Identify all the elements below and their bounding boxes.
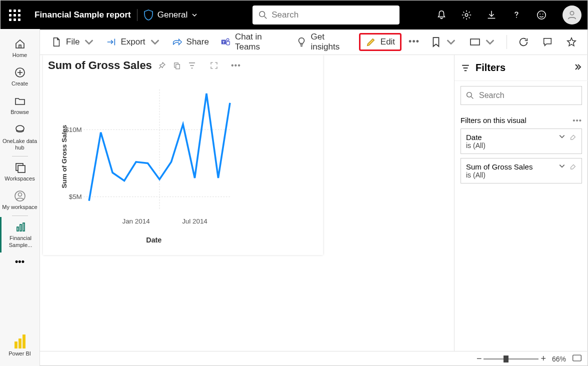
svg-text:$10M: $10M (65, 126, 82, 134)
toolbar-more-button[interactable]: ••• (404, 36, 424, 47)
filter-card-date[interactable]: Date is (All) (460, 128, 582, 154)
collapse-filters-button[interactable] (574, 62, 582, 74)
zoom-in-button[interactable]: + (540, 354, 546, 364)
nav-my-workspace[interactable]: My workspace (0, 186, 40, 214)
bookmark-dropdown[interactable] (426, 34, 460, 50)
filter-search-input[interactable] (479, 91, 576, 100)
notifications-button[interactable] (436, 9, 448, 21)
zoom-control[interactable]: − + (476, 354, 546, 364)
eraser-icon (570, 162, 576, 170)
search-icon (258, 10, 268, 20)
account-avatar[interactable] (562, 6, 582, 24)
export-menu[interactable]: Export (102, 34, 164, 50)
svg-rect-12 (17, 227, 18, 231)
pin-visual-button[interactable] (157, 60, 167, 70)
comment-button[interactable] (538, 34, 557, 50)
chevron-down-icon (446, 36, 456, 48)
filter-search-box[interactable] (460, 86, 582, 105)
chevron-down-icon (84, 36, 94, 48)
teams-icon: T (220, 36, 231, 48)
nav-browse-label: Browse (8, 109, 31, 116)
comment-icon (542, 36, 553, 48)
favorite-button[interactable] (562, 34, 581, 50)
clear-filter-button[interactable] (570, 133, 576, 150)
nav-powerbi-label: Power BI (6, 350, 33, 357)
zoom-slider-track[interactable] (484, 358, 538, 360)
svg-line-1 (264, 16, 267, 19)
refresh-icon (518, 36, 529, 48)
edit-button[interactable]: Edit (359, 33, 402, 51)
eraser-icon (570, 133, 576, 140)
chat-teams-button[interactable]: T Chat in Teams (216, 29, 289, 55)
filter-card-gross-sales[interactable]: Sum of Gross Sales is (All) (460, 158, 582, 184)
toolbar-separator (506, 35, 507, 49)
file-icon (51, 36, 62, 48)
waffle-icon (9, 10, 20, 21)
nav-workspaces[interactable]: Workspaces (0, 158, 40, 186)
bell-icon (436, 10, 447, 20)
filters-on-visual-section: Filters on this visual ••• Date is (All) (454, 110, 588, 194)
line-chart-visual[interactable]: Sum of Gross Sales ••• Sum of Gross Sale… (43, 55, 323, 255)
get-insights-button[interactable]: Get insights (292, 29, 356, 55)
zoom-out-button[interactable]: − (476, 354, 482, 364)
sensitivity-dropdown[interactable]: General (144, 10, 198, 20)
nav-financial-label: Financial Sample... (2, 235, 40, 248)
help-button[interactable] (510, 9, 522, 21)
global-search[interactable] (252, 6, 400, 24)
filters-icon (460, 64, 470, 72)
top-header: Financial Sample report General (0, 0, 588, 30)
expand-filter-button[interactable] (558, 133, 566, 150)
filter-card-icons (558, 133, 576, 150)
report-icon (14, 221, 26, 233)
nav-financial-sample[interactable]: Financial Sample... (0, 217, 40, 252)
chevron-down-icon (558, 162, 566, 170)
nav-browse[interactable]: Browse (0, 91, 40, 120)
svg-rect-14 (23, 223, 24, 231)
filter-name: Sum of Gross Sales (466, 162, 532, 171)
feedback-button[interactable] (536, 9, 548, 21)
nav-home[interactable]: Home (0, 34, 40, 62)
visual-header-icons: ••• (157, 60, 241, 70)
nav-my-workspace-label: My workspace (0, 204, 39, 210)
chevron-down-icon (484, 36, 496, 48)
file-menu[interactable]: File (47, 34, 98, 50)
shield-icon (144, 10, 154, 20)
report-canvas[interactable]: Sum of Gross Sales ••• Sum of Gross Sale… (40, 55, 454, 351)
settings-button[interactable] (460, 9, 472, 21)
expand-filter-button[interactable] (558, 162, 566, 179)
share-label: Share (186, 37, 209, 47)
toolbar-right-group (426, 34, 581, 50)
visual-more-button[interactable]: ••• (231, 60, 241, 70)
filter-section-more-button[interactable]: ••• (572, 116, 582, 124)
share-button[interactable]: Share (168, 34, 213, 50)
nav-powerbi[interactable]: Power BI (0, 330, 40, 361)
search-input[interactable] (272, 10, 394, 20)
nav-create[interactable]: Create (0, 62, 40, 91)
filter-icon (188, 61, 196, 70)
filters-title: Filters (476, 62, 506, 74)
svg-point-5 (542, 14, 544, 14)
zoom-level: 66% (552, 355, 566, 363)
person-icon (566, 10, 578, 20)
svg-point-17 (226, 38, 229, 41)
plus-circle-icon (14, 66, 26, 78)
report-title: Financial Sample report (34, 10, 131, 20)
main-area: File Export Share T Chat in Teams Get in… (40, 29, 588, 366)
copy-visual-button[interactable] (172, 60, 182, 70)
clear-filter-button[interactable] (570, 162, 576, 179)
view-dropdown[interactable] (466, 34, 500, 50)
svg-text:Date: Date (146, 236, 162, 244)
fit-to-page-button[interactable] (572, 354, 582, 364)
nav-onelake[interactable]: OneLake data hub (0, 120, 40, 155)
zoom-slider-thumb[interactable] (504, 356, 508, 362)
work-area: Sum of Gross Sales ••• Sum of Gross Sale… (40, 55, 588, 351)
app-launcher-button[interactable] (6, 7, 22, 23)
refresh-button[interactable] (514, 34, 533, 50)
nav-more-button[interactable]: ••• (15, 256, 24, 267)
download-button[interactable] (486, 9, 498, 21)
focus-mode-button[interactable] (209, 60, 219, 70)
filter-visual-button[interactable] (187, 60, 197, 70)
chevrons-right-icon (574, 63, 582, 71)
file-label: File (66, 37, 80, 47)
nav-create-label: Create (10, 80, 30, 87)
